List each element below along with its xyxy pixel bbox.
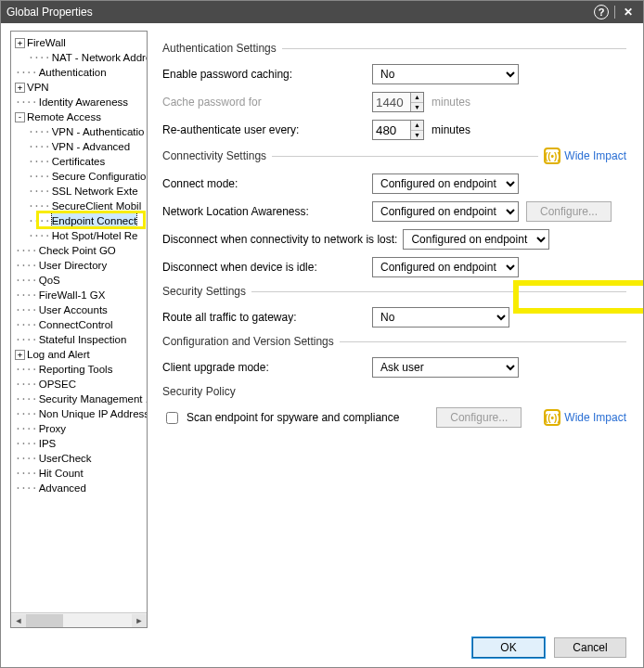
section-auth: Authentication Settings [162, 42, 626, 55]
spinner-down-icon[interactable]: ▼ [411, 131, 423, 140]
nla-configure-button: Configure... [526, 201, 612, 222]
tree-item[interactable]: ····Non Unique IP Address [11, 406, 147, 421]
tree-item[interactable]: +Log and Alert [11, 347, 147, 362]
tree-item[interactable]: +VPN [11, 80, 147, 95]
section-connectivity: Connectivity Settings ((•)) Wide Impact [162, 148, 626, 164]
disconnect-network-lost-select[interactable]: Configured on endpoint client [403, 229, 549, 250]
tree-item-label: FireWall [27, 35, 66, 50]
wide-impact-link-2[interactable]: ((•)) Wide Impact [544, 409, 626, 426]
tree-item-label: Hot Spot/Hotel Re [52, 228, 138, 243]
tree-item-label: QoS [39, 273, 60, 288]
section-config-version: Configuration and Version Settings [162, 335, 626, 348]
tree-branch-icon: ···· [15, 406, 37, 421]
cancel-button[interactable]: Cancel [554, 637, 626, 658]
reauthenticate-stepper[interactable]: ▲▼ [372, 120, 424, 140]
nav-tree[interactable]: +FireWall····NAT - Network Addres····Aut… [11, 32, 147, 612]
tree-branch-icon: ···· [15, 392, 37, 406]
tree-item[interactable]: -Remote Access [11, 109, 147, 124]
reauthenticate-label: Re-authenticate user every: [162, 123, 372, 136]
tree-item[interactable]: +FireWall [11, 35, 147, 50]
help-icon: ? [594, 5, 609, 19]
close-button[interactable]: ✕ [619, 3, 638, 21]
tree-item[interactable]: ····Proxy [11, 421, 147, 436]
tree-item[interactable]: ····Hit Count [11, 466, 147, 481]
tree-item[interactable]: ····Endpoint Connect [11, 213, 147, 228]
tree-branch-icon: ···· [15, 258, 37, 273]
tree-branch-icon: ···· [15, 243, 37, 258]
tree-branch-icon: ···· [28, 213, 50, 228]
tree-item-label: Stateful Inspection [39, 332, 127, 347]
reauthenticate-input[interactable] [373, 121, 410, 139]
expand-icon[interactable]: + [15, 350, 25, 360]
help-button[interactable]: ? [592, 3, 611, 21]
collapse-icon[interactable]: - [15, 112, 25, 122]
tree-item[interactable]: ····VPN - Advanced [11, 139, 147, 154]
tree-item[interactable]: ····ConnectControl [11, 317, 147, 332]
tree-item[interactable]: ····Security Management . [11, 392, 147, 406]
tree-item[interactable]: ····SecureClient Mobil [11, 199, 147, 213]
tree-item[interactable]: ····VPN - Authenticatio [11, 124, 147, 139]
tree-item[interactable]: ····Stateful Inspection [11, 332, 147, 347]
titlebar-divider [614, 6, 615, 19]
tree-item[interactable]: ····SSL Network Exte [11, 184, 147, 199]
tree-item[interactable]: ····NAT - Network Addres [11, 50, 147, 65]
scan-endpoint-label: Scan endpoint for spyware and compliance [187, 411, 399, 424]
tree-item[interactable]: ····UserCheck [11, 451, 147, 466]
nla-select[interactable]: Configured on endpoint client [372, 201, 519, 222]
client-upgrade-mode-label: Client upgrade mode: [162, 361, 372, 374]
tree-item-label: Certificates [52, 154, 106, 169]
title-bar: Global Properties ? ✕ [1, 1, 643, 23]
client-upgrade-mode-select[interactable]: Ask user [372, 357, 519, 378]
connect-mode-select[interactable]: Configured on endpoint client [372, 173, 519, 194]
tree-item[interactable]: ····OPSEC [11, 377, 147, 392]
tree-item[interactable]: ····Hot Spot/Hotel Re [11, 228, 147, 243]
tree-item-label: OPSEC [39, 377, 76, 392]
tree-horizontal-scrollbar[interactable]: ◄ ► [11, 612, 147, 627]
tree-item[interactable]: ····FireWall-1 GX [11, 288, 147, 302]
tree-item[interactable]: ····IPS [11, 436, 147, 451]
tree-item[interactable]: ····User Accounts [11, 302, 147, 317]
wide-impact-link[interactable]: ((•)) Wide Impact [544, 148, 626, 164]
expand-icon[interactable]: + [15, 83, 25, 93]
tree-item-label: Remote Access [27, 109, 101, 124]
scan-endpoint-checkbox[interactable] [166, 412, 178, 424]
window-title: Global Properties [6, 6, 592, 19]
tree-item[interactable]: ····Advanced [11, 481, 147, 495]
tree-item[interactable]: ····Identity Awareness [11, 95, 147, 109]
tree-branch-icon: ···· [15, 362, 37, 377]
route-all-traffic-select[interactable]: No [372, 307, 509, 328]
spinner-down-icon: ▼ [411, 103, 423, 112]
expand-icon[interactable]: + [15, 38, 25, 48]
tree-branch-icon: ···· [15, 332, 37, 347]
tree-item-label: UserCheck [39, 451, 92, 466]
tree-item-label: ConnectControl [39, 317, 113, 332]
tree-item[interactable]: ····User Directory [11, 258, 147, 273]
scroll-right-icon[interactable]: ► [132, 614, 147, 627]
scroll-thumb[interactable] [26, 614, 63, 627]
tree-branch-icon: ···· [15, 273, 37, 288]
cache-password-for-label: Cache password for [162, 96, 372, 109]
tree-item[interactable]: ····QoS [11, 273, 147, 288]
tree-branch-icon: ···· [15, 288, 37, 302]
enable-password-caching-select[interactable]: No [372, 64, 519, 84]
cache-password-for-input [373, 93, 410, 111]
tree-item-label: VPN - Advanced [52, 139, 130, 154]
tree-item[interactable]: ····Check Point GO [11, 243, 147, 258]
disconnect-idle-select[interactable]: Configured on endpoint client [372, 257, 519, 277]
scroll-left-icon[interactable]: ◄ [11, 614, 26, 627]
wide-impact-label: Wide Impact [564, 149, 626, 162]
ok-button[interactable]: OK [472, 637, 545, 658]
tree-branch-icon: ···· [28, 169, 50, 184]
spinner-up-icon[interactable]: ▲ [411, 121, 423, 131]
tree-branch-icon: ···· [15, 421, 37, 436]
wide-impact-label: Wide Impact [564, 411, 626, 424]
wide-impact-icon: ((•)) [544, 409, 560, 426]
tree-item[interactable]: ····Secure Configuratio [11, 169, 147, 184]
tree-item[interactable]: ····Certificates [11, 154, 147, 169]
reauthenticate-unit: minutes [431, 123, 470, 136]
tree-branch-icon: ···· [28, 199, 50, 213]
dialog-footer: OK Cancel [1, 628, 643, 667]
nla-label: Network Location Awareness: [162, 205, 372, 218]
tree-item[interactable]: ····Reporting Tools [11, 362, 147, 377]
tree-item[interactable]: ····Authentication [11, 65, 147, 80]
